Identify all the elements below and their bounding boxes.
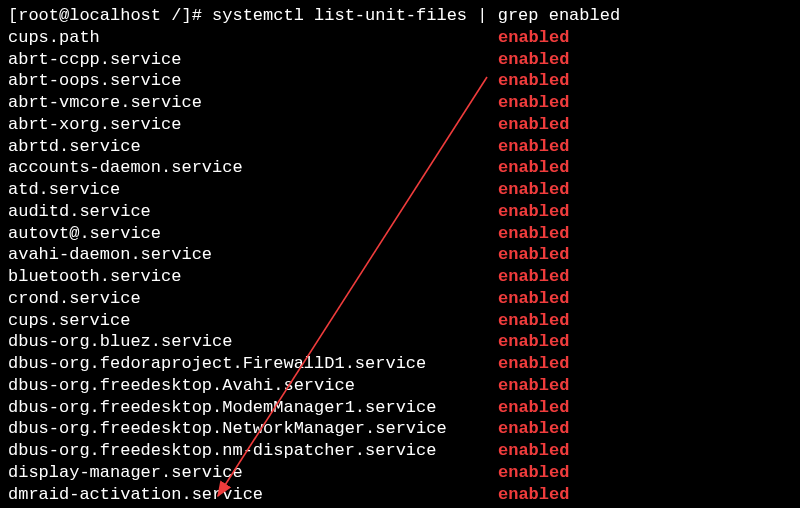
unit-name: dbus-org.freedesktop.NetworkManager.serv… [8, 418, 498, 440]
unit-row: abrt-ccpp.serviceenabled [8, 49, 792, 71]
unit-state: enabled [498, 157, 569, 179]
unit-name: crond.service [8, 288, 498, 310]
unit-row: crond.serviceenabled [8, 288, 792, 310]
unit-name: cups.service [8, 310, 498, 332]
unit-row: abrt-oops.serviceenabled [8, 70, 792, 92]
unit-row: bluetooth.serviceenabled [8, 266, 792, 288]
unit-state: enabled [498, 375, 569, 397]
unit-row: atd.serviceenabled [8, 179, 792, 201]
unit-row: abrt-vmcore.serviceenabled [8, 92, 792, 114]
unit-name: dmraid-activation.service [8, 484, 498, 506]
unit-row: dbus-org.freedesktop.NetworkManager.serv… [8, 418, 792, 440]
unit-name: dbus-org.fedoraproject.FirewallD1.servic… [8, 353, 498, 375]
unit-name: display-manager.service [8, 462, 498, 484]
unit-row: cups.serviceenabled [8, 310, 792, 332]
unit-row: dmraid-activation.serviceenabled [8, 484, 792, 506]
unit-row: display-manager.serviceenabled [8, 462, 792, 484]
unit-name: auditd.service [8, 201, 498, 223]
unit-row: dbus-org.freedesktop.ModemManager1.servi… [8, 397, 792, 419]
unit-state: enabled [498, 484, 569, 506]
unit-state: enabled [498, 223, 569, 245]
unit-row: dbus-org.freedesktop.Avahi.serviceenable… [8, 375, 792, 397]
unit-name: abrt-oops.service [8, 70, 498, 92]
unit-state: enabled [498, 27, 569, 49]
unit-row: dbus-org.freedesktop.nm-dispatcher.servi… [8, 440, 792, 462]
unit-state: enabled [498, 201, 569, 223]
unit-row: avahi-daemon.serviceenabled [8, 244, 792, 266]
unit-state: enabled [498, 136, 569, 158]
unit-name: abrt-vmcore.service [8, 92, 498, 114]
unit-name: dbus-org.freedesktop.ModemManager1.servi… [8, 397, 498, 419]
unit-name: abrtd.service [8, 136, 498, 158]
unit-list: cups.pathenabledabrt-ccpp.serviceenabled… [8, 27, 792, 508]
unit-name: autovt@.service [8, 223, 498, 245]
unit-name: dbus-org.bluez.service [8, 331, 498, 353]
unit-state: enabled [498, 70, 569, 92]
unit-name: abrt-xorg.service [8, 114, 498, 136]
unit-row: abrt-xorg.serviceenabled [8, 114, 792, 136]
unit-name: accounts-daemon.service [8, 157, 498, 179]
prompt-line: [root@localhost /]# systemctl list-unit-… [8, 5, 792, 27]
unit-row: abrtd.serviceenabled [8, 136, 792, 158]
unit-row: cups.pathenabled [8, 27, 792, 49]
unit-state: enabled [498, 288, 569, 310]
unit-state: enabled [498, 418, 569, 440]
unit-state: enabled [498, 92, 569, 114]
unit-state: enabled [498, 266, 569, 288]
unit-state: enabled [498, 114, 569, 136]
unit-name: dbus-org.freedesktop.nm-dispatcher.servi… [8, 440, 498, 462]
unit-state: enabled [498, 462, 569, 484]
unit-row: auditd.serviceenabled [8, 201, 792, 223]
unit-row: dbus-org.bluez.serviceenabled [8, 331, 792, 353]
unit-name: atd.service [8, 179, 498, 201]
unit-state: enabled [498, 244, 569, 266]
unit-state: enabled [498, 49, 569, 71]
unit-name: abrt-ccpp.service [8, 49, 498, 71]
unit-name: avahi-daemon.service [8, 244, 498, 266]
unit-state: enabled [498, 310, 569, 332]
unit-name: bluetooth.service [8, 266, 498, 288]
unit-row: autovt@.serviceenabled [8, 223, 792, 245]
unit-state: enabled [498, 397, 569, 419]
unit-name: dbus-org.freedesktop.Avahi.service [8, 375, 498, 397]
unit-state: enabled [498, 440, 569, 462]
unit-state: enabled [498, 353, 569, 375]
unit-row: accounts-daemon.serviceenabled [8, 157, 792, 179]
unit-state: enabled [498, 179, 569, 201]
unit-name: cups.path [8, 27, 498, 49]
unit-state: enabled [498, 331, 569, 353]
unit-row: dbus-org.fedoraproject.FirewallD1.servic… [8, 353, 792, 375]
terminal-output[interactable]: [root@localhost /]# systemctl list-unit-… [8, 5, 792, 508]
